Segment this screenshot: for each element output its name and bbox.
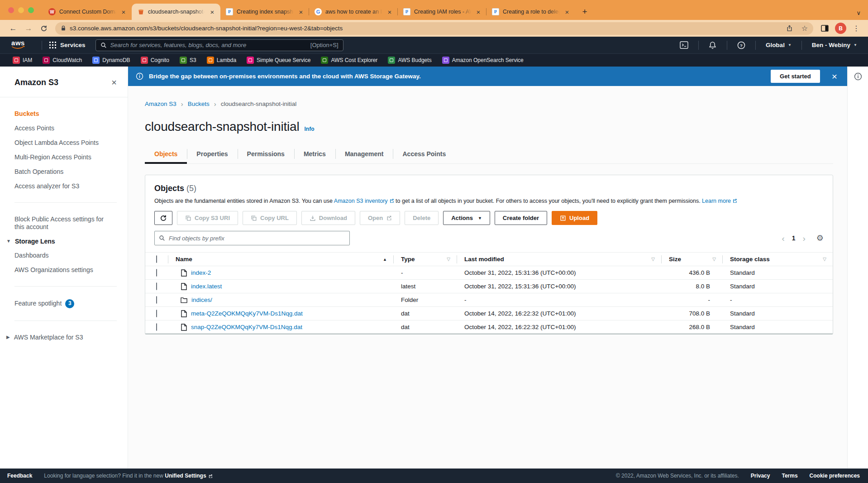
browser-tab-webiny[interactable]: W Connect Custom Domain | Web × bbox=[43, 4, 132, 20]
row-checkbox[interactable] bbox=[156, 310, 157, 317]
current-page-number[interactable]: 1 bbox=[792, 234, 796, 242]
select-all-checkbox[interactable] bbox=[156, 255, 157, 263]
create-folder-button[interactable]: Create folder bbox=[495, 211, 547, 225]
actions-dropdown-button[interactable]: Actions ▼ bbox=[443, 211, 490, 225]
column-header-last-modified[interactable]: Last modified bbox=[464, 256, 504, 263]
tab-metrics[interactable]: Metrics bbox=[294, 148, 335, 163]
window-close-button[interactable] bbox=[8, 7, 14, 13]
filter-icon[interactable]: ▽ bbox=[651, 257, 655, 262]
terms-link[interactable]: Terms bbox=[782, 473, 797, 479]
sidebar-item-aws-organizations-settings[interactable]: AWS Organizations settings bbox=[14, 263, 128, 277]
breadcrumb-buckets[interactable]: Buckets bbox=[188, 100, 210, 107]
sidebar-item-feature-spotlight[interactable]: Feature spotlight3 bbox=[14, 296, 128, 311]
get-started-button[interactable]: Get started bbox=[771, 70, 820, 83]
find-objects-input[interactable] bbox=[169, 235, 345, 242]
preferences-gear-icon[interactable]: ⚙ bbox=[816, 233, 824, 243]
object-link[interactable]: index-2 bbox=[191, 269, 211, 276]
learn-more-link[interactable]: Learn more bbox=[702, 198, 731, 204]
filter-icon[interactable]: ▽ bbox=[447, 257, 450, 262]
open-button[interactable]: Open bbox=[360, 211, 400, 225]
tab-close-icon[interactable]: × bbox=[209, 8, 216, 16]
tab-permissions[interactable]: Permissions bbox=[238, 148, 294, 163]
side-panel-icon[interactable] bbox=[818, 22, 831, 35]
object-link[interactable]: indices/ bbox=[191, 296, 212, 303]
s3-inventory-link[interactable]: Amazon S3 inventory bbox=[334, 198, 388, 204]
browser-menu-icon[interactable]: ⋮ bbox=[850, 24, 863, 33]
favorite-s3[interactable]: S3 bbox=[180, 57, 196, 64]
tab-close-icon[interactable]: × bbox=[563, 8, 571, 16]
column-header-storage-class[interactable]: Storage class bbox=[730, 256, 770, 263]
info-link[interactable]: Info bbox=[304, 126, 314, 132]
sidebar-group-storage-lens[interactable]: ▼ Storage Lens bbox=[6, 234, 128, 248]
tab-objects[interactable]: Objects bbox=[145, 148, 187, 163]
column-header-name[interactable]: Name bbox=[176, 256, 192, 263]
bookmark-star-icon[interactable]: ☆ bbox=[799, 23, 811, 34]
filter-icon[interactable]: ▽ bbox=[823, 257, 826, 262]
browser-tab-s3-active[interactable]: cloudsearch-snapshot-initial - × bbox=[132, 4, 220, 20]
browser-profile-avatar[interactable]: B bbox=[835, 23, 846, 34]
favorite-cost-explorer[interactable]: AWS Cost Explorer bbox=[321, 57, 377, 64]
favorite-lambda[interactable]: Lambda bbox=[207, 57, 236, 64]
sidebar-item-multi-region-access-points[interactable]: Multi-Region Access Points bbox=[14, 150, 128, 164]
row-checkbox[interactable] bbox=[156, 282, 157, 290]
object-link[interactable]: index.latest bbox=[191, 283, 222, 290]
account-menu[interactable]: Ben - Webiny ▼ bbox=[809, 42, 860, 48]
window-minimize-button[interactable] bbox=[18, 7, 24, 13]
new-tab-button[interactable]: + bbox=[578, 5, 591, 19]
console-search-input[interactable]: Search for services, features, blogs, do… bbox=[95, 39, 343, 51]
upload-button[interactable]: Upload bbox=[552, 211, 597, 225]
favorite-cloudwatch[interactable]: CloudWatch bbox=[43, 57, 82, 64]
tab-access-points[interactable]: Access Points bbox=[393, 148, 455, 163]
tab-search-chevron-icon[interactable]: ∨ bbox=[856, 10, 868, 16]
aws-logo[interactable]: aws bbox=[11, 40, 25, 50]
next-page-icon[interactable]: › bbox=[803, 234, 806, 243]
object-link[interactable]: meta-Q2ZeQOKMQqKy7VM-Ds1Nqg.dat bbox=[191, 310, 303, 317]
share-icon[interactable] bbox=[783, 23, 795, 34]
privacy-link[interactable]: Privacy bbox=[751, 473, 770, 479]
tab-close-icon[interactable]: × bbox=[386, 8, 393, 16]
sidebar-item-access-analyzer[interactable]: Access analyzer for S3 bbox=[14, 179, 128, 193]
favorite-iam[interactable]: IAM bbox=[13, 57, 32, 64]
help-icon[interactable]: ? bbox=[734, 41, 748, 49]
reload-button[interactable] bbox=[37, 22, 51, 35]
sidebar-item-dashboards[interactable]: Dashboards bbox=[14, 248, 128, 263]
sidebar-item-buckets[interactable]: Buckets bbox=[14, 106, 128, 121]
unified-settings-link[interactable]: Unified Settings bbox=[165, 473, 206, 479]
favorite-opensearch[interactable]: Amazon OpenSearch Service bbox=[442, 57, 524, 64]
favorite-budgets[interactable]: AWS Budgets bbox=[388, 57, 431, 64]
browser-tab-docs-2[interactable]: Creating IAM roles - AWS Ident × bbox=[398, 4, 486, 20]
sidebar-item-access-points[interactable]: Access Points bbox=[14, 121, 128, 135]
download-button[interactable]: Download bbox=[301, 211, 355, 225]
object-link[interactable]: snap-Q2ZeQOKMQqKy7VM-Ds1Nqg.dat bbox=[191, 324, 302, 330]
tab-close-icon[interactable]: × bbox=[120, 8, 127, 16]
tab-close-icon[interactable]: × bbox=[475, 8, 482, 16]
row-checkbox[interactable] bbox=[156, 323, 157, 331]
refresh-button[interactable] bbox=[154, 211, 172, 225]
tab-properties[interactable]: Properties bbox=[187, 148, 237, 163]
breadcrumb-amazon-s3[interactable]: Amazon S3 bbox=[145, 100, 176, 107]
favorite-dynamodb[interactable]: DynamoDB bbox=[92, 57, 130, 64]
browser-tab-docs-3[interactable]: Creating a role to delegate per × bbox=[486, 4, 575, 20]
sidebar-close-icon[interactable]: × bbox=[111, 77, 117, 88]
row-checkbox[interactable] bbox=[156, 296, 157, 304]
sort-ascending-icon[interactable]: ▲ bbox=[383, 257, 387, 262]
region-selector[interactable]: Global ▼ bbox=[763, 42, 794, 48]
window-zoom-button[interactable] bbox=[28, 7, 34, 13]
column-header-size[interactable]: Size bbox=[669, 256, 681, 263]
tab-close-icon[interactable]: × bbox=[297, 8, 305, 16]
delete-button[interactable]: Delete bbox=[405, 211, 439, 225]
browser-tab-docs-1[interactable]: Creating index snapshots in Am × bbox=[220, 4, 309, 20]
back-button[interactable]: ← bbox=[6, 22, 20, 35]
sidebar-group-aws-marketplace[interactable]: ▶ AWS Marketplace for S3 bbox=[6, 330, 128, 344]
services-menu[interactable]: Services bbox=[49, 42, 86, 48]
banner-close-icon[interactable]: × bbox=[832, 72, 837, 81]
info-panel-icon[interactable] bbox=[854, 72, 862, 469]
feedback-link[interactable]: Feedback bbox=[7, 473, 32, 479]
cloudshell-icon[interactable] bbox=[677, 41, 691, 49]
favorite-cognito[interactable]: Cognito bbox=[141, 57, 169, 64]
sidebar-item-batch-operations[interactable]: Batch Operations bbox=[14, 164, 128, 179]
copy-s3-uri-button[interactable]: Copy S3 URI bbox=[177, 211, 238, 225]
tab-management[interactable]: Management bbox=[335, 148, 393, 163]
url-input[interactable] bbox=[70, 25, 780, 32]
sidebar-item-block-public-access[interactable]: Block Public Access settings for this ac… bbox=[14, 212, 128, 234]
